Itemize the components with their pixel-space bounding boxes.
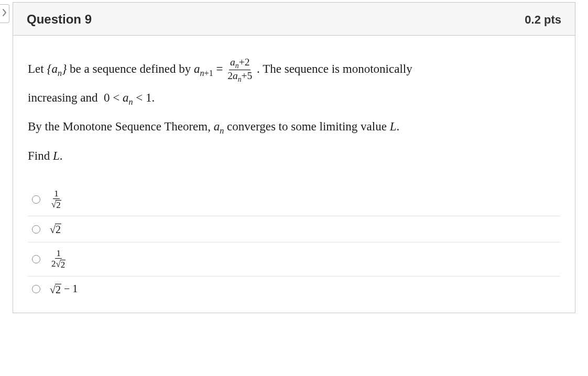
answer-option[interactable]: 1 2√2	[28, 242, 560, 277]
question-points: 0.2 pts	[525, 13, 561, 27]
radio-icon	[32, 225, 40, 234]
answer-label: √2	[50, 223, 61, 236]
chevron-right-icon	[2, 8, 8, 19]
question-title: Question 9	[27, 12, 92, 27]
question-body: Let {an} be a sequence defined by an+1 =…	[13, 36, 575, 313]
question-header: Question 9 0.2 pts	[13, 3, 575, 36]
answer-label: 1 2√2	[50, 249, 67, 270]
answer-option[interactable]: √2 − 1	[28, 277, 560, 302]
radio-icon	[32, 285, 40, 293]
radio-icon	[32, 255, 40, 263]
problem-text: Let {an} be a sequence defined by an+1 =…	[28, 54, 560, 170]
answer-option[interactable]: √2	[28, 216, 560, 242]
question-card: Question 9 0.2 pts Let {an} be a sequenc…	[13, 2, 575, 313]
answer-list: 1 √2 √2 1 2√2	[28, 183, 560, 302]
answer-option[interactable]: 1 √2	[28, 183, 560, 217]
sidebar-toggle[interactable]	[0, 4, 9, 23]
answer-label: 1 √2	[50, 189, 63, 210]
answer-label: √2 − 1	[50, 283, 78, 296]
radio-icon	[32, 195, 40, 204]
